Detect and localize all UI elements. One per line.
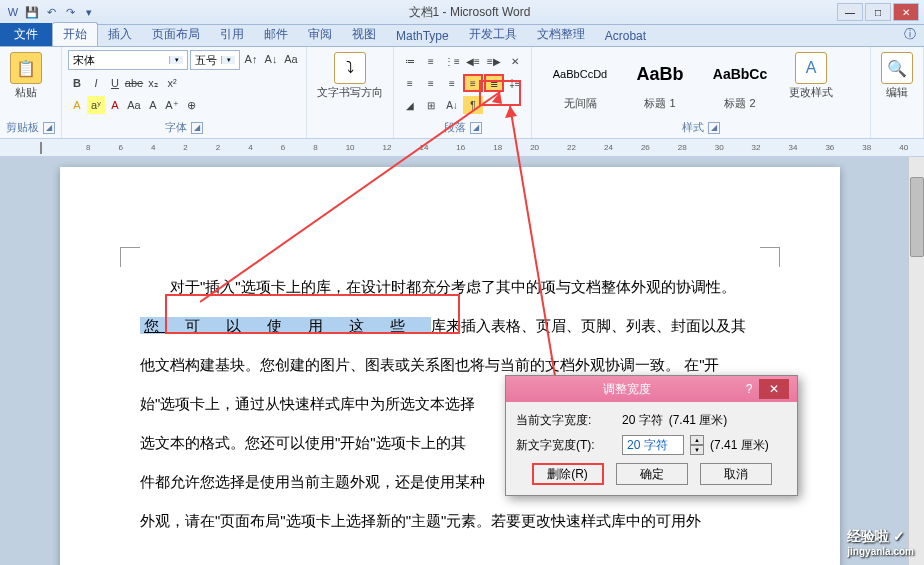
dialog-help-button[interactable]: ? <box>739 382 759 396</box>
svg-line-0 <box>200 92 500 302</box>
style-heading2[interactable]: AaBbCc 标题 2 <box>704 52 776 113</box>
tab-references[interactable]: 引用 <box>210 23 254 46</box>
undo-icon[interactable]: ↶ <box>43 4 59 20</box>
font-color-button[interactable]: A <box>106 96 124 114</box>
tab-insert[interactable]: 插入 <box>98 23 142 46</box>
subscript-button[interactable]: x₂ <box>144 74 162 92</box>
word-icon: W <box>5 4 21 20</box>
annotation-arrow-1 <box>200 92 520 312</box>
numbering-button[interactable]: ≡ <box>421 52 441 70</box>
new-width-input[interactable]: 20 字符 <box>622 435 684 455</box>
enclose-char-button[interactable]: ⊕ <box>182 96 200 114</box>
qat-more-icon[interactable]: ▾ <box>81 4 97 20</box>
style-nospacing[interactable]: AaBbCcDd 无间隔 <box>544 52 616 113</box>
spinner-up[interactable]: ▲ <box>690 435 704 445</box>
tab-acrobat[interactable]: Acrobat <box>595 26 656 46</box>
margin-corner-tl <box>120 247 140 267</box>
svg-marker-3 <box>505 106 517 118</box>
dialog-close-button[interactable]: ✕ <box>759 379 789 399</box>
text-effect-button[interactable]: A <box>68 96 86 114</box>
margin-corner-tr <box>760 247 780 267</box>
font-size-select[interactable]: 五号▾ <box>190 50 240 70</box>
paste-button[interactable]: 📋 粘贴 <box>6 50 46 101</box>
save-icon[interactable]: 💾 <box>24 4 40 20</box>
shrink-font-button[interactable]: A↓ <box>262 50 280 68</box>
styles-label: 样式 <box>682 120 704 135</box>
adjust-width-dialog: 调整宽度 ? ✕ 当前文字宽度: 20 字符 (7.41 厘米) 新文字宽度(T… <box>505 375 798 496</box>
align-right-button[interactable]: ≡ <box>442 74 462 92</box>
change-styles-button[interactable]: A 更改样式 <box>785 50 837 101</box>
ok-button[interactable]: 确定 <box>616 463 688 485</box>
align-left-button[interactable]: ≡ <box>400 74 420 92</box>
italic-button[interactable]: I <box>87 74 105 92</box>
tab-pagelayout[interactable]: 页面布局 <box>142 23 210 46</box>
ruler-corner <box>40 142 42 154</box>
highlight-button[interactable]: aʸ <box>87 96 105 114</box>
watermark: 经验啦 ✓ jingyanla.com <box>847 528 914 557</box>
doc-paragraph[interactable]: 外观，请在"页面布局"选项卡上选择新的"主题"元素。若要更改快速样式库中的可用外 <box>140 501 760 540</box>
vertical-scrollbar[interactable] <box>908 157 924 565</box>
tab-developer[interactable]: 开发工具 <box>459 23 527 46</box>
dialog-title: 调整宽度 <box>514 381 739 398</box>
clipboard-label: 剪贴板 <box>6 120 39 135</box>
tab-doctools[interactable]: 文档整理 <box>527 23 595 46</box>
bold-button[interactable]: B <box>68 74 86 92</box>
char-border-button[interactable]: A <box>144 96 162 114</box>
clipboard-launcher[interactable]: ◢ <box>43 122 55 134</box>
scroll-thumb[interactable] <box>910 177 924 257</box>
cancel-button[interactable]: 取消 <box>700 463 772 485</box>
font-label: 字体 <box>165 120 187 135</box>
window-title: 文档1 - Microsoft Word <box>102 4 837 21</box>
find-icon: 🔍 <box>881 52 913 84</box>
superscript-button[interactable]: x² <box>163 74 181 92</box>
current-width-value: 20 字符 <box>622 412 663 429</box>
multilevel-button[interactable]: ⋮≡ <box>442 52 462 70</box>
char-shading-button[interactable]: A⁺ <box>163 96 181 114</box>
redo-icon[interactable]: ↷ <box>62 4 78 20</box>
underline-button[interactable]: U <box>106 74 124 92</box>
bullets-button[interactable]: ≔ <box>400 52 420 70</box>
decrease-indent-button[interactable]: ◀≡ <box>463 52 483 70</box>
style-heading1[interactable]: AaBb 标题 1 <box>624 52 696 113</box>
maximize-button[interactable]: □ <box>865 3 891 21</box>
tab-home[interactable]: 开始 <box>52 22 98 46</box>
paste-icon: 📋 <box>10 52 42 84</box>
delete-button[interactable]: 删除(R) <box>532 463 604 485</box>
new-width-cm: (7.41 厘米) <box>710 437 769 454</box>
current-width-cm: (7.41 厘米) <box>669 412 728 429</box>
asian-layout-button[interactable]: ✕ <box>505 52 525 70</box>
tab-file[interactable]: 文件 <box>0 23 52 46</box>
tab-view[interactable]: 视图 <box>342 23 386 46</box>
grow-font-button[interactable]: A↑ <box>242 50 260 68</box>
text-direction-icon: ⤵ <box>334 52 366 84</box>
new-width-label: 新文字宽度(T): <box>516 437 616 454</box>
change-case-button[interactable]: Aa <box>125 96 143 114</box>
clear-format-button[interactable]: Aa <box>282 50 300 68</box>
close-button[interactable]: ✕ <box>893 3 919 21</box>
current-width-label: 当前文字宽度: <box>516 412 616 429</box>
find-button[interactable]: 🔍 编辑 <box>877 50 917 101</box>
spinner-down[interactable]: ▼ <box>690 445 704 455</box>
strikethrough-button[interactable]: abe <box>125 74 143 92</box>
tab-mathtype[interactable]: MathType <box>386 26 459 46</box>
font-name-select[interactable]: 宋体▾ <box>68 50 188 70</box>
align-center-button[interactable]: ≡ <box>421 74 441 92</box>
help-icon[interactable]: ⓘ <box>896 23 924 46</box>
minimize-button[interactable]: — <box>837 3 863 21</box>
styles-launcher[interactable]: ◢ <box>708 122 720 134</box>
change-styles-icon: A <box>795 52 827 84</box>
increase-indent-button[interactable]: ≡▶ <box>484 52 504 70</box>
tab-mailings[interactable]: 邮件 <box>254 23 298 46</box>
tab-review[interactable]: 审阅 <box>298 23 342 46</box>
